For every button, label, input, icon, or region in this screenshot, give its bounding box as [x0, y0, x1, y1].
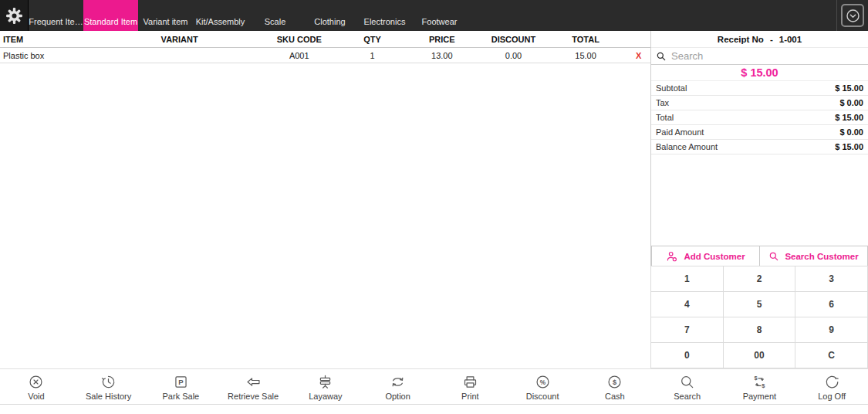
add-customer-button[interactable]: Add Customer: [651, 246, 760, 266]
percent-circle-icon: %: [535, 374, 551, 390]
chevron-down-circle-icon: [845, 8, 861, 24]
col-discount: DISCOUNT: [482, 35, 544, 44]
magnifier-icon: [768, 251, 779, 262]
col-item: ITEM: [0, 35, 104, 44]
search-input[interactable]: [671, 50, 863, 62]
cash-button[interactable]: $ Cash: [579, 372, 651, 401]
cell-sku: A001: [255, 51, 343, 60]
numpad-key-7[interactable]: 7: [650, 317, 724, 343]
numpad-key-2[interactable]: 2: [723, 266, 796, 292]
search-button[interactable]: Search: [651, 372, 724, 401]
currency-exchange-icon: $ $: [751, 374, 768, 390]
numpad-key-0[interactable]: 0: [650, 342, 724, 368]
topbar-spacer: [467, 0, 836, 31]
numpad-key-clear[interactable]: C: [795, 342, 868, 368]
numpad-key-00[interactable]: 00: [723, 342, 796, 368]
signpost-icon: [317, 374, 333, 390]
balance-amount-row: Balance Amount $ 15.00: [651, 140, 868, 154]
collapse-button[interactable]: [841, 4, 864, 27]
numpad-key-4[interactable]: 4: [650, 291, 724, 317]
swap-arrows-icon: [390, 374, 406, 390]
numpad-key-1[interactable]: 1: [650, 266, 724, 292]
circle-x-icon: [28, 374, 44, 390]
numpad-key-8[interactable]: 8: [723, 317, 796, 343]
cell-price: 13.00: [401, 51, 482, 60]
col-total: TOTAL: [545, 35, 627, 44]
col-variant: VARIANT: [104, 35, 255, 44]
remove-item-button[interactable]: X: [627, 51, 650, 60]
add-customer-label: Add Customer: [684, 252, 745, 261]
magnifier-icon: [679, 374, 695, 390]
tab-variant-item[interactable]: Variant item: [138, 0, 193, 31]
retrieve-sale-button[interactable]: Retrieve Sale: [217, 372, 289, 401]
park-sale-button[interactable]: P Park Sale: [145, 372, 218, 401]
power-icon: [824, 374, 840, 390]
col-price: PRICE: [401, 35, 482, 44]
dollar-circle-icon: $: [606, 374, 623, 390]
tab-footwear[interactable]: Footwear: [412, 0, 467, 31]
gear-icon: [5, 6, 24, 25]
customer-actions: Add Customer Search Customer: [651, 246, 868, 266]
payment-button[interactable]: $ $ Payment: [724, 372, 796, 401]
numpad-key-9[interactable]: 9: [795, 317, 868, 343]
search-customer-button[interactable]: Search Customer: [759, 246, 868, 266]
subtotal-row: Subtotal $ 15.00: [651, 81, 868, 96]
col-sku-code: SKU CODE: [255, 35, 343, 44]
paid-amount-row: Paid Amount $ 0.00: [651, 125, 868, 140]
svg-text:$: $: [754, 375, 758, 382]
parking-icon: P: [173, 374, 189, 390]
tab-clothing[interactable]: Clothing: [302, 0, 357, 31]
receipt-search-bar: [651, 48, 868, 65]
tab-frequent-item[interactable]: Frequent Ite…: [29, 0, 83, 31]
receipt-number: Receipt No - 1-001: [651, 31, 868, 48]
receipt-panel: Receipt No - 1-001 $ 15.00 Subtotal $ 15…: [650, 31, 868, 368]
pos-app: Frequent Ite… Standard Item Variant item…: [0, 0, 868, 414]
settings-button[interactable]: [0, 0, 29, 31]
svg-text:P: P: [178, 378, 184, 386]
col-qty: QTY: [343, 35, 401, 44]
cell-total: 15.00: [545, 51, 627, 60]
option-button[interactable]: Option: [362, 372, 434, 401]
item-table: ITEM VARIANT SKU CODE QTY PRICE DISCOUNT…: [0, 31, 650, 368]
discount-button[interactable]: % Discount: [506, 372, 579, 401]
tab-kit-assembly[interactable]: Kit/Assembly: [193, 0, 248, 31]
numpad: 1 2 3 4 5 6 7 8 9 0 00 C: [651, 266, 868, 368]
tab-electronics[interactable]: Electronics: [357, 0, 412, 31]
search-customer-label: Search Customer: [785, 252, 858, 261]
main-area: ITEM VARIANT SKU CODE QTY PRICE DISCOUNT…: [0, 31, 868, 368]
search-icon: [656, 51, 667, 62]
numpad-key-5[interactable]: 5: [723, 291, 796, 317]
svg-text:$: $: [613, 378, 616, 386]
cell-qty: 1: [343, 51, 401, 60]
sale-history-button[interactable]: Sale History: [73, 372, 145, 401]
svg-text:$: $: [762, 382, 765, 389]
history-icon: [100, 374, 117, 390]
tab-standard-item[interactable]: Standard Item: [83, 0, 138, 31]
amount-due: $ 15.00: [651, 65, 868, 81]
category-tabs: Frequent Ite… Standard Item Variant item…: [29, 0, 467, 31]
action-toolbar: Void Sale History P Park Sale: [0, 368, 868, 405]
cell-item: Plastic box: [0, 51, 104, 60]
cell-discount: 0.00: [482, 51, 544, 60]
printer-icon: [462, 374, 478, 390]
table-row[interactable]: Plastic box A001 1 13.00 0.00 15.00 X: [0, 48, 650, 63]
print-button[interactable]: Print: [434, 372, 507, 401]
item-table-header: ITEM VARIANT SKU CODE QTY PRICE DISCOUNT…: [0, 31, 650, 48]
person-add-icon: [666, 250, 678, 263]
total-row: Total $ 15.00: [651, 110, 868, 125]
log-off-button[interactable]: Log Off: [795, 372, 868, 401]
numpad-key-3[interactable]: 3: [795, 266, 868, 292]
arrow-left-icon: [245, 374, 262, 390]
bottom-strip: [0, 405, 868, 414]
top-bar: Frequent Ite… Standard Item Variant item…: [0, 0, 868, 31]
topbar-right: [836, 0, 868, 31]
layaway-button[interactable]: Layaway: [289, 372, 362, 401]
void-button[interactable]: Void: [0, 372, 73, 401]
numpad-key-6[interactable]: 6: [795, 291, 868, 317]
tab-scale[interactable]: Scale: [248, 0, 302, 31]
svg-text:%: %: [539, 378, 545, 386]
tax-row: Tax $ 0.00: [651, 96, 868, 110]
receipt-spacer: [651, 154, 868, 246]
